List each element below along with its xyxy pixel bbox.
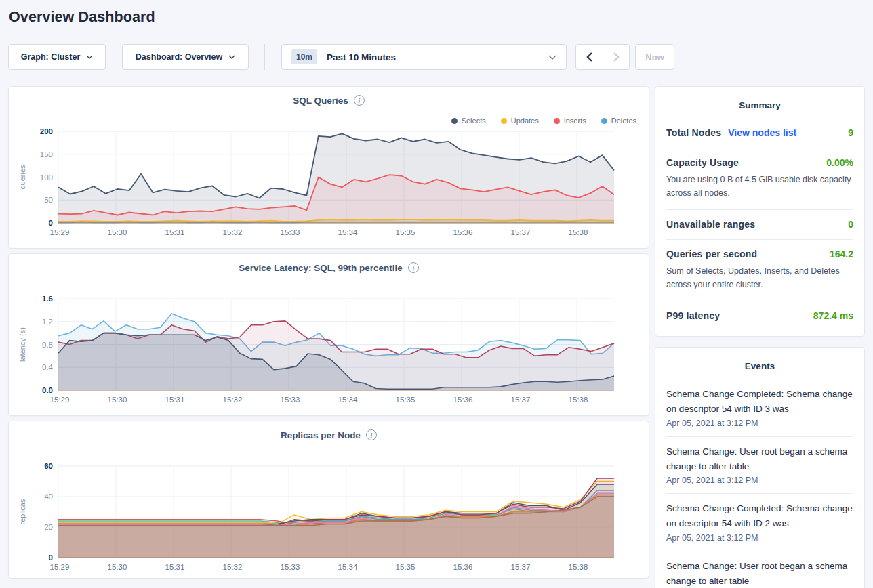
now-button-label: Now <box>645 52 664 62</box>
svg-text:15:36: 15:36 <box>453 396 473 404</box>
svg-text:15:32: 15:32 <box>223 563 243 571</box>
svg-text:100: 100 <box>40 173 53 182</box>
service-latency-chart[interactable]: 0.00.40.81.21.615:2915:3015:3115:3215:33… <box>9 293 650 408</box>
svg-text:15:36: 15:36 <box>453 563 473 571</box>
summary-label: Capacity Usage <box>666 157 739 168</box>
now-button[interactable]: Now <box>635 44 674 70</box>
summary-description: You are using 0 B of 4.5 GiB usable disk… <box>666 173 853 200</box>
svg-text:0: 0 <box>49 219 53 227</box>
chart-card-service-latency: Service Latency: SQL, 99th percentile i … <box>8 253 649 416</box>
svg-text:15:35: 15:35 <box>396 228 415 236</box>
time-range-label: Past 10 Minutes <box>327 52 548 62</box>
legend-item-updates[interactable]: Updates <box>501 117 539 125</box>
summary-value: 872.4 ms <box>813 310 853 321</box>
chart-title: Replicas per Node <box>281 430 361 440</box>
chart-title: SQL Queries <box>293 96 348 106</box>
svg-text:15:33: 15:33 <box>281 396 300 404</box>
summary-label: Unavailable ranges <box>666 219 755 230</box>
dashboard-dropdown[interactable]: Dashboard: Overview <box>122 44 249 70</box>
graph-dropdown-label: Graph: Cluster <box>21 52 81 62</box>
chart-card-replicas-per-node: Replicas per Node i 020406015:2915:3015:… <box>8 421 649 579</box>
legend-dot <box>501 118 507 124</box>
toolbar: Graph: Cluster Dashboard: Overview 10m P… <box>0 44 873 70</box>
chevron-left-icon <box>586 52 592 62</box>
svg-text:15:38: 15:38 <box>569 563 588 571</box>
legend-item-selects[interactable]: Selects <box>451 117 486 125</box>
svg-text:replicas: replicas <box>18 499 26 524</box>
chevron-down-icon <box>86 55 93 59</box>
svg-text:20: 20 <box>44 523 53 531</box>
svg-text:15:38: 15:38 <box>569 396 588 404</box>
replicas-per-node-chart[interactable]: 020406015:2915:3015:3115:3215:3315:3415:… <box>9 461 650 576</box>
svg-text:15:33: 15:33 <box>281 228 300 236</box>
summary-label: Queries per second <box>666 249 757 259</box>
sidebar: Summary Total NodesView nodes list9Capac… <box>655 86 865 588</box>
view-nodes-list-link[interactable]: View nodes list <box>728 127 796 138</box>
svg-text:0.4: 0.4 <box>42 363 54 371</box>
svg-text:1.2: 1.2 <box>42 318 53 326</box>
charts-column: SQL Queries i SelectsUpdatesInsertsDelet… <box>8 86 649 579</box>
time-back-button[interactable] <box>576 45 603 69</box>
svg-text:1.6: 1.6 <box>42 295 53 303</box>
event-timestamp: Apr 05, 2021 at 3:12 PM <box>666 419 853 428</box>
toolbar-divider <box>264 44 265 70</box>
summary-label: Total Nodes <box>666 127 721 138</box>
summary-row: Total NodesView nodes list9 <box>666 119 853 148</box>
legend-dot <box>554 118 560 124</box>
svg-text:0.0: 0.0 <box>42 386 53 394</box>
svg-text:latency (s): latency (s) <box>18 327 26 362</box>
legend-item-deletes[interactable]: Deletes <box>601 117 636 125</box>
legend-dot <box>451 118 458 124</box>
summary-row: Queries per second164.2Sum of Selects, U… <box>666 240 853 301</box>
svg-text:200: 200 <box>40 127 53 135</box>
event-item: Schema Change: User root began a schema … <box>666 551 853 588</box>
svg-text:15:37: 15:37 <box>511 228 531 236</box>
event-timestamp: Apr 05, 2021 at 3:12 PM <box>666 533 853 543</box>
events-header: Events <box>666 348 853 379</box>
legend-label: Updates <box>511 117 539 125</box>
legend-label: Inserts <box>564 117 586 125</box>
info-icon[interactable]: i <box>408 262 419 273</box>
info-icon[interactable]: i <box>354 95 365 106</box>
svg-text:15:36: 15:36 <box>453 228 473 236</box>
sql-queries-chart[interactable]: 05010015020015:2915:3015:3115:3215:3315:… <box>9 126 650 241</box>
chevron-right-icon <box>613 52 620 62</box>
page-title: Overview Dashboard <box>9 9 873 26</box>
svg-text:40: 40 <box>44 492 53 501</box>
svg-text:150: 150 <box>40 150 53 159</box>
svg-text:15:29: 15:29 <box>50 228 70 236</box>
event-message: Schema Change: User root began a schema … <box>666 559 853 588</box>
time-range-picker[interactable]: 10m Past 10 Minutes <box>281 44 567 70</box>
summary-row: Capacity Usage0.00%You are using 0 B of … <box>666 148 853 210</box>
summary-value: 164.2 <box>830 249 853 259</box>
svg-text:15:37: 15:37 <box>511 563 531 571</box>
summary-label: P99 latency <box>666 310 720 321</box>
time-forward-button[interactable] <box>603 45 629 69</box>
event-item: Schema Change Completed: Schema change o… <box>666 494 853 551</box>
svg-text:15:30: 15:30 <box>108 396 127 404</box>
svg-text:queries: queries <box>18 165 26 190</box>
svg-text:15:32: 15:32 <box>223 396 243 404</box>
info-icon[interactable]: i <box>366 429 377 440</box>
summary-header: Summary <box>655 87 864 119</box>
legend-label: Deletes <box>611 117 636 125</box>
chart-card-sql-queries: SQL Queries i SelectsUpdatesInsertsDelet… <box>8 86 649 249</box>
event-timestamp: Apr 05, 2021 at 3:12 PM <box>666 476 853 485</box>
svg-text:15:34: 15:34 <box>338 396 358 404</box>
summary-description: Sum of Selects, Updates, Inserts, and De… <box>666 264 853 291</box>
event-item: Schema Change: User root began a schema … <box>666 437 853 495</box>
event-message: Schema Change Completed: Schema change o… <box>666 387 853 417</box>
chart-title: Service Latency: SQL, 99th percentile <box>239 263 403 273</box>
legend-label: Selects <box>462 117 486 125</box>
legend-item-inserts[interactable]: Inserts <box>554 117 586 125</box>
graph-dropdown[interactable]: Graph: Cluster <box>8 44 106 70</box>
summary-row: P99 latency872.4 ms <box>666 301 853 331</box>
event-message: Schema Change: User root began a schema … <box>666 444 853 474</box>
summary-row: Unavailable ranges0 <box>666 210 853 240</box>
svg-text:0: 0 <box>49 553 53 562</box>
event-message: Schema Change Completed: Schema change o… <box>666 501 853 531</box>
svg-text:15:30: 15:30 <box>108 228 127 236</box>
svg-text:0.8: 0.8 <box>42 341 53 349</box>
summary-panel: Summary Total NodesView nodes list9Capac… <box>655 86 865 337</box>
svg-text:15:31: 15:31 <box>165 563 185 571</box>
